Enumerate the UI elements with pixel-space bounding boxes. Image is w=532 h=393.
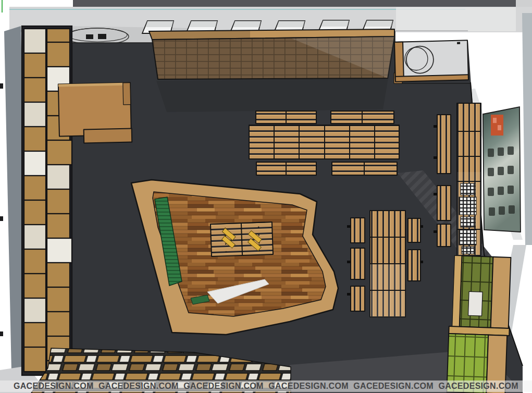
green-axis-line — [2, 0, 3, 13]
watermark-bar: GACEDESIGN.COM GACEDESIGN.COM GACEDESIGN… — [0, 380, 532, 392]
top-dark-strip-right — [516, 0, 532, 7]
display-panel-books — [457, 103, 481, 255]
green-locker-cabinet — [447, 255, 512, 393]
watermark-text: GACEDESIGN.COM — [353, 382, 434, 391]
interior-render — [0, 0, 532, 393]
top-dark-strip — [73, 0, 516, 7]
poster-seal — [491, 115, 503, 136]
platform-table — [211, 222, 273, 256]
wall-poster — [483, 107, 521, 232]
service-box — [394, 40, 468, 82]
watermark-text: GACEDESIGN.COM — [183, 382, 264, 391]
watermark-text: GACEDESIGN.COM — [268, 382, 349, 391]
left-cube-shelf-wall — [22, 26, 72, 375]
reception-desk — [58, 83, 132, 144]
canopy-floor-shadow — [156, 78, 388, 112]
render-canvas: GACEDESIGN.COM GACEDESIGN.COM GACEDESIGN… — [0, 0, 532, 393]
watermark-text: GACEDESIGN.COM — [438, 382, 518, 391]
watermark-text: GACEDESIGN.COM — [98, 382, 179, 391]
slatted-canopy — [149, 29, 402, 83]
top-wall-band-bright — [396, 7, 516, 31]
wall-tick-3 — [0, 331, 3, 336]
wall-tick-1 — [0, 83, 3, 89]
wall-tick-2 — [0, 216, 3, 221]
watermark-text: GACEDESIGN.COM — [14, 382, 94, 391]
